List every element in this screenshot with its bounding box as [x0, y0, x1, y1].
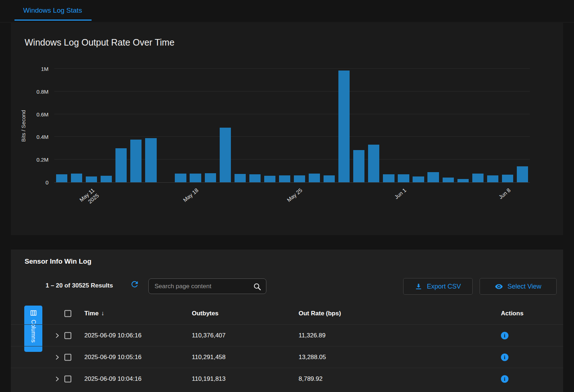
chart-bar[interactable]	[205, 173, 216, 182]
chart-bar[interactable]	[294, 175, 305, 182]
gridline	[54, 114, 530, 114]
chart-bar[interactable]	[383, 174, 394, 182]
chart-bar[interactable]	[502, 175, 513, 182]
chart-bar[interactable]	[130, 140, 142, 182]
search-box	[148, 278, 266, 294]
refresh-button[interactable]	[130, 280, 140, 290]
cell-time: 2025-06-09 10:04:16	[84, 375, 142, 383]
chart-bar[interactable]	[86, 176, 97, 182]
y-tick-label: 0.6M	[29, 111, 54, 117]
chart-bar[interactable]	[115, 148, 127, 182]
search-input[interactable]	[149, 279, 266, 294]
column-header-out-rate[interactable]: Out Rate (bps)	[299, 310, 341, 317]
chart-title: Windows Log Output Rate Over Time	[25, 37, 174, 48]
chart-bar[interactable]	[145, 138, 156, 182]
cell-time: 2025-06-09 10:06:16	[84, 332, 142, 339]
chart-bar[interactable]	[398, 174, 409, 182]
expand-row-chevron-icon[interactable]	[54, 332, 61, 339]
chart-plot-area: Bits / Second 00.2M0.4M0.6M0.8M1M May 11…	[54, 69, 530, 183]
y-tick-label: 0.4M	[29, 134, 54, 140]
chart-bar[interactable]	[56, 174, 67, 182]
table-row: 2025-06-09 10:06:16 110,376,407 11,326.8…	[11, 324, 563, 346]
y-axis-title: Bits / Second	[20, 110, 26, 141]
chart-bar[interactable]	[101, 176, 112, 182]
chart-bar[interactable]	[324, 175, 335, 182]
chart-bar[interactable]	[279, 175, 290, 182]
row-checkbox[interactable]	[64, 354, 71, 361]
chart-bar[interactable]	[413, 176, 424, 182]
row-info-icon[interactable]: i	[501, 332, 508, 339]
chart-bar[interactable]	[175, 174, 186, 182]
table-row: 2025-06-09 10:04:16 110,191,813 8,789.92…	[11, 368, 563, 389]
results-summary: 1 – 20 of 30525 Results	[46, 282, 113, 289]
chart-bar[interactable]	[309, 174, 320, 182]
table-row: 2025-06-09 10:05:16 110,291,458 13,288.0…	[11, 346, 563, 368]
chart-bar[interactable]	[427, 172, 439, 182]
chart-bar[interactable]	[517, 166, 528, 182]
export-csv-button[interactable]: Export CSV	[403, 278, 473, 295]
select-all-checkbox[interactable]	[64, 310, 71, 317]
column-header-actions: Actions	[501, 310, 523, 317]
x-axis: May 112025May 18May 25Jun 1Jun 8	[54, 183, 530, 215]
gridline	[54, 136, 530, 137]
chart-bar[interactable]	[264, 176, 275, 182]
cell-outbytes: 110,191,813	[192, 375, 225, 383]
cell-out-rate: 11,326.89	[299, 332, 325, 339]
chart-bar[interactable]	[443, 178, 454, 182]
tab-windows-log-stats[interactable]: Windows Log Stats	[14, 0, 92, 21]
chart-bar[interactable]	[487, 175, 498, 182]
y-tick-label: 0.2M	[29, 157, 54, 163]
y-tick-label: 0	[29, 179, 54, 186]
table-panel: Sensor Info Win Log 1 – 20 of 30525 Resu…	[11, 250, 563, 392]
row-info-icon[interactable]: i	[501, 353, 508, 361]
table-header-row: Time↓ Outbytes Out Rate (bps) Actions	[11, 303, 563, 324]
cell-out-rate: 8,789.92	[299, 375, 322, 383]
cell-outbytes: 110,291,458	[192, 354, 225, 361]
chart-bar[interactable]	[71, 174, 82, 182]
chart-bar[interactable]	[368, 145, 379, 182]
download-icon	[415, 283, 422, 290]
cell-time: 2025-06-09 10:05:16	[84, 354, 142, 361]
section-title: Sensor Info Win Log	[25, 257, 92, 265]
refresh-icon	[130, 285, 139, 290]
cell-outbytes: 110,376,407	[192, 332, 225, 339]
chart-bar[interactable]	[472, 174, 484, 182]
gridline	[54, 91, 530, 91]
expand-row-chevron-icon[interactable]	[54, 375, 61, 383]
eye-icon	[495, 282, 503, 291]
sort-desc-icon: ↓	[101, 310, 104, 317]
bar-chart[interactable]: 00.2M0.4M0.6M0.8M1M	[54, 69, 530, 183]
chart-bar[interactable]	[235, 174, 246, 182]
column-header-time[interactable]: Time↓	[84, 310, 104, 317]
chart-bar[interactable]	[190, 174, 201, 182]
row-checkbox[interactable]	[64, 332, 71, 339]
y-tick-label: 1M	[29, 66, 54, 72]
chart-panel: Windows Log Output Rate Over Time Bits /…	[11, 23, 563, 235]
chart-bar[interactable]	[220, 128, 231, 182]
search-icon[interactable]	[253, 282, 262, 293]
column-header-outbytes[interactable]: Outbytes	[192, 310, 219, 317]
row-info-icon[interactable]: i	[501, 375, 508, 383]
select-view-label: Select View	[507, 283, 541, 290]
tab-bar: Windows Log Stats	[0, 0, 574, 22]
expand-row-chevron-icon[interactable]	[54, 354, 61, 361]
chart-bar[interactable]	[457, 179, 469, 182]
chart-bar[interactable]	[353, 150, 364, 182]
row-checkbox[interactable]	[64, 375, 71, 382]
chart-bar[interactable]	[338, 71, 350, 182]
gridline	[54, 68, 530, 69]
select-view-button[interactable]: Select View	[480, 278, 557, 295]
export-csv-label: Export CSV	[427, 283, 461, 290]
chart-bar[interactable]	[249, 174, 261, 182]
y-tick-label: 0.8M	[29, 88, 54, 94]
cell-out-rate: 13,288.05	[299, 354, 326, 361]
